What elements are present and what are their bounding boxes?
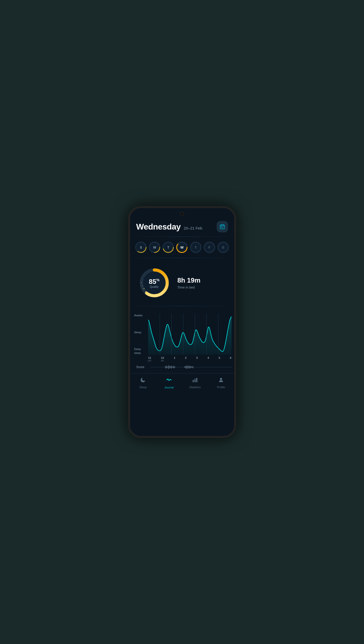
day-letter-f: F <box>208 245 210 249</box>
nav-journal[interactable]: Journal <box>161 377 177 389</box>
svg-point-29 <box>220 378 222 380</box>
day-saturday[interactable]: S <box>217 241 229 253</box>
sleep-icon <box>140 377 146 385</box>
chart-section: Awake Sleep Deepsleep <box>130 309 234 371</box>
nav-profile-label: Profile <box>217 386 225 389</box>
snore-row: Snore <box>130 363 234 371</box>
day-letter-t1: T <box>167 245 169 249</box>
day-letter-s2: S <box>222 245 224 249</box>
donut-chart: 85% Quality <box>136 265 172 301</box>
phone-frame: Wednesday 20–21 Feb <box>128 206 236 438</box>
time-tick-11: 11 pm <box>148 356 151 362</box>
phone-screen: Wednesday 20–21 Feb <box>130 208 234 436</box>
journal-icon <box>166 377 172 385</box>
sleep-label: Sleep <box>134 331 148 334</box>
svg-rect-0 <box>220 225 224 229</box>
deep-sleep-label: Deepsleep <box>134 347 148 355</box>
day-friday[interactable]: F <box>204 241 215 253</box>
time-tick-6: 6 <box>230 356 231 359</box>
time-tick-1: 1 <box>174 356 175 359</box>
time-info: 8h 19m Time in bed <box>177 276 228 289</box>
divider-top <box>130 236 234 237</box>
time-tick-5: 5 <box>219 356 220 359</box>
time-tick-3: 3 <box>196 356 198 359</box>
awake-label: Awake <box>134 313 148 317</box>
week-days: S M T <box>130 239 234 255</box>
time-tick-2: 2 <box>185 356 187 359</box>
snore-track <box>151 365 232 370</box>
divider-mid <box>130 258 234 258</box>
quality-label: Quality <box>149 285 159 288</box>
quality-section: 85% Quality 8h 19m Time in bed <box>130 261 234 303</box>
day-sunday[interactable]: S <box>135 241 147 253</box>
nav-sleep-label: Sleep <box>139 386 147 389</box>
nav-profile[interactable]: Profile <box>213 377 229 389</box>
header: Wednesday 20–21 Feb <box>130 218 234 234</box>
day-wednesday[interactable]: W <box>176 241 188 253</box>
time-tick-4: 4 <box>207 356 209 359</box>
nav-statistics-label: Statistics <box>189 386 201 389</box>
chart-area <box>148 313 232 355</box>
nav-journal-label: Journal <box>164 386 174 389</box>
day-tuesday[interactable]: T <box>162 241 174 253</box>
calendar-icon <box>219 224 225 230</box>
profile-icon <box>218 377 224 385</box>
camera <box>180 212 184 216</box>
snore-burst-2 <box>184 365 193 369</box>
date-range: 20–21 Feb <box>184 226 202 230</box>
day-monday[interactable]: M <box>149 241 160 253</box>
chart-gridlines <box>148 313 232 355</box>
nav-sleep[interactable]: Sleep <box>135 377 151 389</box>
day-thursday[interactable]: T <box>190 241 202 253</box>
donut-center: 85% Quality <box>149 278 159 288</box>
divider-chart <box>130 306 234 306</box>
time-label: Time in bed <box>177 285 228 289</box>
svg-rect-28 <box>196 378 197 382</box>
time-value: 8h 19m <box>177 276 228 284</box>
svg-rect-27 <box>194 379 196 382</box>
snore-label: Snore <box>136 365 148 369</box>
day-letter-w: W <box>180 245 183 249</box>
svg-rect-4 <box>221 227 222 228</box>
day-name: Wednesday <box>136 222 181 232</box>
statistics-icon <box>192 377 198 385</box>
day-letter-m: M <box>153 245 156 249</box>
chart-y-labels: Awake Sleep Deepsleep <box>130 313 148 355</box>
snore-burst-1 <box>165 365 175 369</box>
day-letter-s: S <box>140 245 142 249</box>
time-axis: 11 pm 12 am 1 2 3 4 <box>130 355 234 363</box>
svg-rect-5 <box>222 227 223 228</box>
quality-percent: 85% <box>149 278 159 286</box>
nav-statistics[interactable]: Statistics <box>187 377 203 389</box>
svg-rect-26 <box>193 380 194 382</box>
day-letter-t2: T <box>195 245 197 249</box>
calendar-button[interactable] <box>217 221 228 232</box>
bottom-nav: Sleep Journal <box>130 373 234 393</box>
time-tick-12: 12 am <box>161 356 164 362</box>
header-left: Wednesday 20–21 Feb <box>136 222 202 232</box>
